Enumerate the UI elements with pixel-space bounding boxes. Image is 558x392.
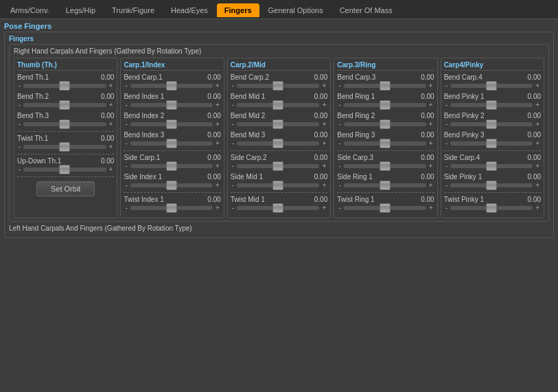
tab-trunk-figure[interactable]: Trunk/Figure <box>104 3 162 17</box>
slider-plus[interactable]: + <box>214 204 221 211</box>
slider-minus[interactable]: - <box>231 101 235 108</box>
slider-track[interactable] <box>237 103 319 107</box>
slider-thumb[interactable] <box>166 119 177 129</box>
slider-minus[interactable]: - <box>337 162 342 170</box>
tab-fingers[interactable]: Fingers <box>217 3 259 17</box>
slider-minus[interactable]: - <box>444 204 449 211</box>
slider-track[interactable] <box>237 183 319 187</box>
slider-thumb[interactable] <box>380 139 391 148</box>
slider-minus[interactable]: - <box>231 162 235 170</box>
slider-plus[interactable]: + <box>108 120 115 128</box>
slider-thumb[interactable] <box>272 100 283 110</box>
slider-plus[interactable]: + <box>428 82 434 89</box>
slider-thumb[interactable] <box>380 181 391 190</box>
slider-thumb[interactable] <box>486 81 497 91</box>
slider-minus[interactable]: - <box>337 204 342 211</box>
slider-minus[interactable]: - <box>231 120 235 128</box>
slider-track[interactable] <box>237 122 319 126</box>
slider-track[interactable] <box>130 84 213 88</box>
slider-plus[interactable]: + <box>428 139 434 147</box>
slider-track[interactable] <box>23 145 106 149</box>
slider-plus[interactable]: + <box>321 120 327 128</box>
slider-track[interactable] <box>450 103 533 107</box>
slider-thumb[interactable] <box>272 119 283 129</box>
slider-minus[interactable]: - <box>17 120 22 128</box>
slider-minus[interactable]: - <box>17 143 22 150</box>
slider-minus[interactable]: - <box>337 120 342 128</box>
slider-thumb[interactable] <box>166 203 177 213</box>
slider-track[interactable] <box>130 164 213 168</box>
slider-track[interactable] <box>237 141 319 146</box>
slider-minus[interactable]: - <box>444 82 449 89</box>
slider-plus[interactable]: + <box>428 162 434 170</box>
slider-track[interactable] <box>450 206 533 210</box>
slider-track[interactable] <box>130 141 213 146</box>
slider-minus[interactable]: - <box>337 82 342 89</box>
slider-plus[interactable]: + <box>428 204 434 211</box>
slider-track[interactable] <box>344 84 426 88</box>
slider-plus[interactable]: + <box>534 181 541 189</box>
slider-track[interactable] <box>344 141 426 146</box>
slider-track[interactable] <box>450 164 533 168</box>
slider-minus[interactable]: - <box>124 139 128 147</box>
slider-minus[interactable]: - <box>124 120 128 128</box>
slider-plus[interactable]: + <box>428 101 434 108</box>
slider-plus[interactable]: + <box>214 181 221 189</box>
tab-arms-conv[interactable]: Arms/Conv. <box>3 3 57 17</box>
slider-plus[interactable]: + <box>108 165 115 173</box>
slider-minus[interactable]: - <box>231 204 235 211</box>
slider-minus[interactable]: - <box>124 82 128 89</box>
slider-thumb[interactable] <box>59 119 70 129</box>
slider-minus[interactable]: - <box>124 101 128 108</box>
slider-plus[interactable]: + <box>214 139 221 147</box>
set-orbit-button[interactable]: Set Orbit <box>36 181 95 196</box>
slider-track[interactable] <box>450 84 533 88</box>
slider-minus[interactable]: - <box>124 181 128 189</box>
slider-minus[interactable]: - <box>444 120 449 128</box>
slider-minus[interactable]: - <box>337 139 342 147</box>
slider-thumb[interactable] <box>272 181 283 190</box>
slider-thumb[interactable] <box>486 100 497 110</box>
slider-track[interactable] <box>344 183 426 187</box>
slider-track[interactable] <box>130 122 213 126</box>
tab-general-options[interactable]: General Options <box>261 3 331 17</box>
slider-thumb[interactable] <box>272 203 283 213</box>
slider-thumb[interactable] <box>486 119 497 129</box>
tab-legs-hip[interactable]: Legs/Hip <box>58 3 103 17</box>
slider-thumb[interactable] <box>59 100 70 110</box>
slider-plus[interactable]: + <box>321 101 327 108</box>
slider-minus[interactable]: - <box>444 101 449 108</box>
slider-thumb[interactable] <box>380 119 391 129</box>
slider-track[interactable] <box>344 122 426 126</box>
slider-thumb[interactable] <box>166 161 177 171</box>
slider-plus[interactable]: + <box>321 162 327 170</box>
slider-minus[interactable]: - <box>444 139 449 147</box>
slider-minus[interactable]: - <box>124 204 128 211</box>
slider-thumb[interactable] <box>380 100 391 110</box>
slider-thumb[interactable] <box>486 139 497 148</box>
slider-plus[interactable]: + <box>534 162 541 170</box>
slider-track[interactable] <box>237 164 319 168</box>
slider-minus[interactable]: - <box>124 162 128 170</box>
slider-thumb[interactable] <box>380 161 391 171</box>
slider-plus[interactable]: + <box>108 143 115 150</box>
slider-track[interactable] <box>344 206 426 210</box>
slider-plus[interactable]: + <box>534 82 541 89</box>
slider-thumb[interactable] <box>166 139 177 148</box>
slider-plus[interactable]: + <box>321 181 327 189</box>
slider-thumb[interactable] <box>380 203 391 213</box>
slider-plus[interactable]: + <box>428 181 434 189</box>
slider-plus[interactable]: + <box>214 120 221 128</box>
slider-minus[interactable]: - <box>231 139 235 147</box>
slider-plus[interactable]: + <box>108 101 115 108</box>
slider-minus[interactable]: - <box>231 181 235 189</box>
slider-thumb[interactable] <box>486 181 497 190</box>
slider-thumb[interactable] <box>272 81 283 91</box>
slider-track[interactable] <box>450 183 533 187</box>
slider-plus[interactable]: + <box>214 82 221 89</box>
slider-plus[interactable]: + <box>534 101 541 108</box>
slider-thumb[interactable] <box>166 81 177 91</box>
slider-thumb[interactable] <box>380 81 391 91</box>
slider-plus[interactable]: + <box>214 162 221 170</box>
slider-minus[interactable]: - <box>337 101 342 108</box>
